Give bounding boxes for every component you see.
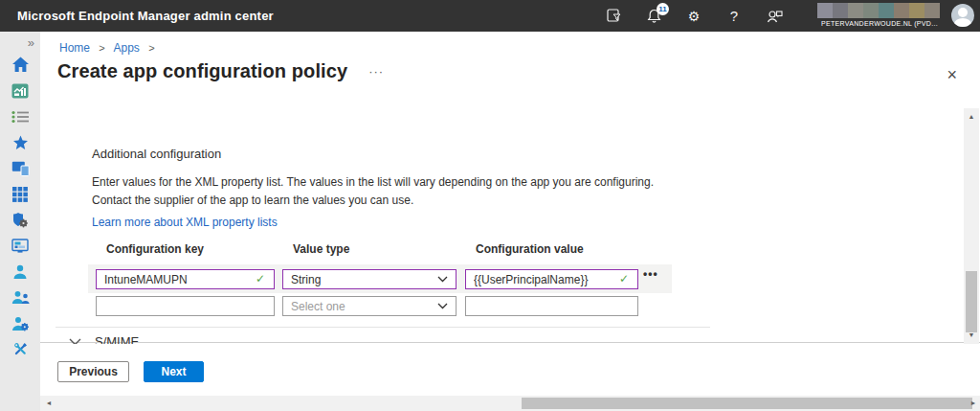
- content-pane: Home > Apps > Create app configuration p…: [40, 32, 980, 411]
- devices-icon: [11, 161, 30, 176]
- vertical-scrollbar-thumb[interactable]: [966, 271, 977, 332]
- configuration-value-input-2[interactable]: [465, 296, 638, 316]
- home-icon: [11, 57, 30, 73]
- sidebar-item-groups[interactable]: [0, 285, 40, 310]
- breadcrumb-separator: >: [99, 42, 104, 54]
- sidebar-item-all-services[interactable]: [0, 103, 40, 129]
- apps-grid-icon: [12, 187, 28, 202]
- app-title: Microsoft Endpoint Manager admin center: [17, 9, 274, 23]
- sidebar-item-users[interactable]: [0, 259, 40, 285]
- column-header-value-type: Value type: [282, 242, 457, 256]
- value-type-placeholder: Select one: [291, 300, 437, 313]
- avatar[interactable]: [951, 4, 974, 27]
- top-bar: Microsoft Endpoint Manager admin center …: [0, 0, 980, 32]
- configuration-key-input-2[interactable]: [96, 296, 275, 316]
- user-icon: [12, 264, 28, 280]
- topbar-icons: 11 ⚙ ?: [605, 0, 783, 32]
- page-title: Create app configuration policy: [57, 60, 347, 82]
- dashboard-icon: [11, 83, 29, 99]
- breadcrumb-apps[interactable]: Apps: [113, 41, 139, 55]
- value-type-dropdown-2[interactable]: Select one: [282, 296, 457, 316]
- horizontal-scrollbar-thumb[interactable]: [522, 398, 972, 409]
- sidebar-item-troubleshooting-support[interactable]: [0, 336, 40, 362]
- breadcrumb-separator: >: [148, 42, 154, 54]
- breadcrumb-home[interactable]: Home: [59, 41, 90, 55]
- group-icon: [11, 290, 30, 305]
- valid-check-icon: ✓: [256, 272, 265, 285]
- horizontal-scrollbar[interactable]: ◄ ►: [40, 396, 980, 411]
- learn-more-link[interactable]: Learn more about XML property lists: [92, 216, 278, 229]
- sidebar-item-reports[interactable]: [0, 233, 40, 259]
- value-type-selected: String: [291, 273, 437, 286]
- sidebar-item-dashboard[interactable]: [0, 78, 40, 103]
- help-icon[interactable]: ?: [725, 8, 743, 25]
- sidebar-item-tenant-administration[interactable]: [0, 310, 40, 336]
- row-options-icon[interactable]: •••: [643, 267, 658, 281]
- scroll-right-icon[interactable]: ►: [967, 396, 980, 411]
- directory-filter-icon[interactable]: [605, 8, 622, 25]
- feedback-icon[interactable]: [766, 8, 783, 25]
- tools-icon: [12, 341, 29, 357]
- valid-check-icon: ✓: [619, 272, 629, 285]
- column-header-configuration-value: Configuration value: [465, 242, 638, 256]
- title-more-icon[interactable]: ···: [368, 64, 384, 79]
- sidebar-expand-icon[interactable]: »: [28, 35, 34, 50]
- notification-badge: 11: [657, 3, 669, 15]
- account-menu[interactable]: PETERVANDERWOUDE.NL (PVD...: [817, 3, 942, 27]
- scroll-left-icon[interactable]: ◄: [42, 396, 56, 411]
- close-icon[interactable]: ×: [947, 66, 957, 83]
- user-gear-icon: [11, 316, 29, 331]
- sidebar-item-endpoint-security[interactable]: [0, 207, 40, 233]
- gear-icon[interactable]: ⚙: [685, 8, 702, 25]
- configuration-key-input-1[interactable]: [96, 269, 275, 289]
- scroll-down-icon[interactable]: ▼: [964, 329, 979, 342]
- list-icon: [11, 110, 29, 124]
- configuration-value-input-1[interactable]: [465, 269, 638, 289]
- sidebar-item-favorites[interactable]: [0, 129, 40, 155]
- sidebar: »: [0, 32, 40, 411]
- next-button[interactable]: Next: [144, 361, 204, 382]
- value-type-dropdown-1[interactable]: String: [282, 269, 457, 289]
- star-icon: [12, 135, 29, 150]
- chevron-down-icon: [437, 276, 448, 283]
- notifications-bell-icon[interactable]: 11: [645, 8, 662, 25]
- section-description: Enter values for the XML property list. …: [92, 173, 662, 210]
- vertical-scrollbar[interactable]: ▲ ▼: [964, 108, 979, 344]
- footer-bar: Previous Next: [40, 344, 980, 396]
- sidebar-item-home[interactable]: [0, 52, 40, 78]
- sidebar-item-devices[interactable]: [0, 155, 40, 181]
- reports-monitor-icon: [11, 239, 29, 254]
- account-privacy-block: [817, 3, 942, 18]
- scroll-up-icon[interactable]: ▲: [964, 110, 979, 124]
- column-header-configuration-key: Configuration key: [96, 242, 275, 256]
- shield-gear-icon: [11, 212, 29, 228]
- screen: Microsoft Endpoint Manager admin center …: [0, 0, 980, 411]
- form-scroll-region: Additional configuration Enter values fo…: [40, 108, 980, 343]
- section-heading: Additional configuration: [92, 147, 221, 161]
- account-name: PETERVANDERWOUDE.NL (PVD...: [817, 20, 942, 27]
- previous-button[interactable]: Previous: [57, 361, 129, 382]
- divider: [56, 327, 710, 328]
- chevron-down-icon: [437, 303, 448, 309]
- sidebar-item-apps[interactable]: [0, 181, 40, 207]
- breadcrumb: Home > Apps >: [59, 41, 161, 55]
